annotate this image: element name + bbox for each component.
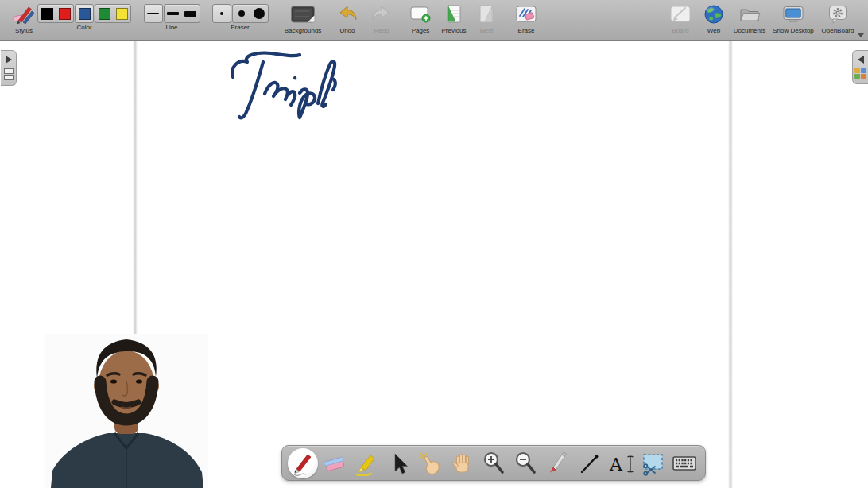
hand-tool-button[interactable] [448, 447, 476, 479]
pages-add-icon [409, 2, 432, 26]
eraser-large-button[interactable] [250, 5, 268, 22]
capture-tool-button[interactable] [638, 447, 667, 479]
page-right-edge [728, 41, 733, 488]
whiteboard-canvas[interactable]: Tripl [0, 41, 868, 488]
handwriting-text: Tripl [0, 41, 1, 41]
next-page-label: Next [480, 27, 493, 35]
backgrounds-label: Backgrounds [285, 27, 322, 35]
interact-tool-button[interactable] [416, 447, 444, 479]
line-thin-button[interactable] [145, 5, 162, 22]
zoom-in-icon [482, 451, 506, 476]
undo-label: Undo [339, 27, 355, 35]
toolbar-separator [506, 2, 506, 38]
toolbar-separator [401, 2, 401, 38]
backgrounds-button[interactable]: Backgrounds [280, 0, 326, 40]
web-globe-icon [703, 2, 724, 26]
virtual-keyboard-tool-button[interactable] [670, 447, 699, 479]
page-thumbnails-icon[interactable] [4, 68, 14, 80]
text-tool-letter: A [609, 455, 623, 474]
show-desktop-button[interactable]: Show Desktop [769, 0, 817, 40]
openboard-menu-caret-icon[interactable] [858, 33, 864, 37]
board-button: Board [663, 0, 698, 40]
pages-label: Pages [412, 27, 430, 35]
web-label: Web [707, 27, 720, 35]
board-icon [669, 2, 692, 26]
zoom-in-tool-button[interactable] [479, 447, 508, 479]
expand-left-icon[interactable] [858, 56, 864, 64]
eraser-tool-button[interactable] [320, 447, 349, 479]
eraser-size-picker: Eraser [208, 0, 272, 40]
undo-button[interactable]: Undo [329, 0, 366, 40]
pen-tool-button[interactable] [289, 447, 317, 479]
color-palette: Color [41, 0, 127, 40]
cursor-arrow-icon [388, 451, 409, 475]
redo-label: Redo [374, 27, 389, 35]
text-icon: A [607, 451, 634, 475]
color-swatch-red[interactable] [56, 5, 73, 22]
color-swatch-yellow[interactable] [113, 5, 130, 22]
color-swatch-green[interactable] [95, 5, 113, 22]
right-panel-tab[interactable] [852, 50, 868, 84]
line-label: Line [165, 24, 177, 32]
text-tool-button[interactable]: A [606, 447, 635, 479]
eraser-label: Eraser [231, 24, 250, 32]
previous-page-button[interactable]: Previous [436, 0, 472, 40]
openboard-label: OpenBoard [822, 27, 854, 35]
zoom-out-icon [513, 451, 537, 476]
web-button[interactable]: Web [698, 0, 730, 40]
zoom-out-tool-button[interactable] [511, 447, 540, 479]
line-medium-button[interactable] [165, 5, 182, 22]
selector-tool-button[interactable] [384, 447, 413, 479]
documents-label: Documents [734, 27, 765, 35]
laser-pointer-icon [546, 451, 568, 476]
previous-page-icon [444, 2, 463, 26]
erase-label: Erase [518, 27, 535, 35]
documents-folder-icon [738, 2, 761, 26]
show-desktop-monitor-icon [782, 2, 804, 26]
expand-right-icon[interactable] [6, 56, 12, 64]
stylus-icon [12, 2, 36, 26]
line-thick-button[interactable] [182, 5, 200, 22]
eraser-small-button[interactable] [213, 5, 231, 22]
line-icon [578, 451, 600, 475]
color-swatch-black[interactable] [38, 5, 56, 22]
redo-button: Redo [364, 0, 399, 40]
bottom-tool-palette: A [281, 445, 706, 481]
toolbar-separator [277, 2, 277, 38]
laser-pointer-tool-button[interactable] [543, 447, 572, 479]
color-label: Color [76, 24, 91, 32]
pages-button[interactable]: Pages [402, 0, 439, 40]
line-width-picker: Line [140, 0, 203, 40]
show-desktop-label: Show Desktop [773, 27, 814, 35]
highlighter-tool-button[interactable] [352, 447, 381, 479]
highlighter-icon [355, 451, 378, 476]
erase-icon [515, 2, 537, 26]
keyboard-icon [672, 451, 697, 475]
color-swatch-blue[interactable] [76, 5, 93, 22]
openboard-gear-icon [827, 2, 848, 26]
openboard-menu-button[interactable]: OpenBoard [816, 0, 860, 40]
stylus-label: Stylus [15, 27, 33, 35]
presenter-video [45, 334, 208, 488]
presenter-webcam-overlay [45, 334, 208, 488]
capture-icon [641, 451, 665, 476]
hand-pan-icon [450, 451, 474, 476]
undo-icon [337, 2, 358, 26]
board-label: Board [672, 27, 688, 35]
backgrounds-icon [290, 2, 316, 26]
eraser-icon [323, 451, 347, 475]
line-tool-button[interactable] [575, 447, 603, 479]
left-panel-tab[interactable] [1, 50, 17, 86]
pen-icon [291, 451, 315, 476]
next-page-button: Next [471, 0, 502, 40]
erase-button[interactable]: Erase [509, 0, 544, 40]
library-icon[interactable] [854, 68, 866, 79]
pointing-hand-icon [417, 451, 443, 476]
next-page-icon [477, 2, 496, 26]
openboard-window: Stylus Color [0, 0, 868, 488]
redo-icon [371, 2, 392, 26]
previous-page-label: Previous [441, 27, 466, 35]
eraser-medium-button[interactable] [233, 5, 250, 22]
documents-button[interactable]: Documents [728, 0, 771, 40]
top-toolbar: Stylus Color [0, 0, 868, 41]
